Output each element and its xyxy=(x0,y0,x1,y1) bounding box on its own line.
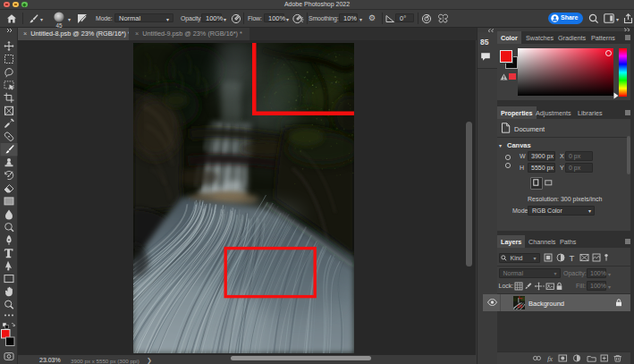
svg-text:T: T xyxy=(570,253,575,262)
svg-text:fx: fx xyxy=(547,354,553,362)
